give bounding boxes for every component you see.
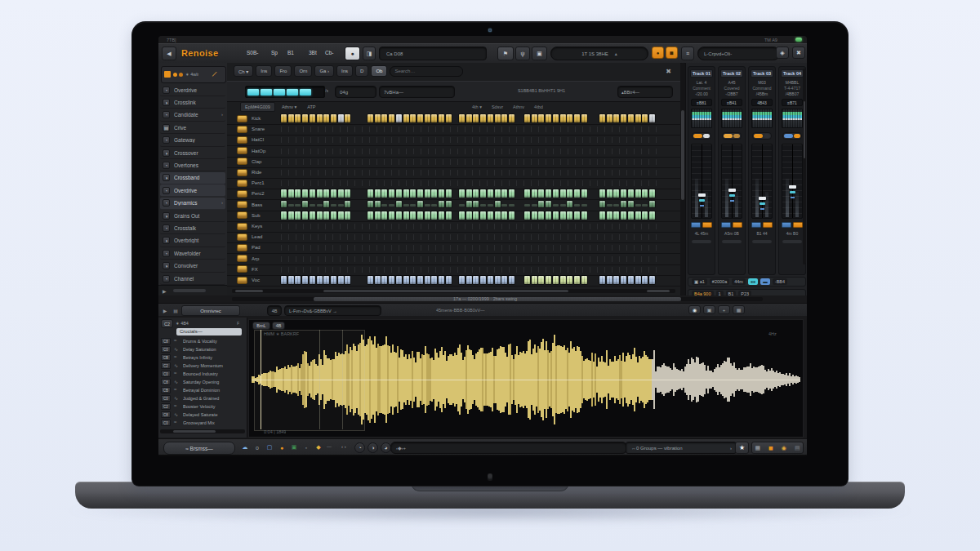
step-cell[interactable] bbox=[599, 114, 605, 122]
branch-button[interactable]: ψ bbox=[515, 47, 530, 60]
sidebar-item[interactable]: ◔Dynamics› bbox=[160, 198, 225, 210]
mixer-vscrollbar[interactable] bbox=[803, 69, 806, 264]
step-cell[interactable] bbox=[281, 201, 287, 207]
mixer-vscroll-thumb[interactable] bbox=[804, 101, 805, 158]
step-cell[interactable] bbox=[532, 114, 537, 122]
step-cell[interactable] bbox=[635, 114, 641, 122]
step-cell[interactable] bbox=[628, 189, 634, 198]
toolbar-right-button-0[interactable]: ◈ bbox=[776, 47, 789, 59]
step-cell[interactable] bbox=[567, 201, 572, 207]
step-cell[interactable] bbox=[331, 114, 336, 122]
sample-scroll-thumb[interactable] bbox=[173, 430, 216, 433]
transport-field[interactable]: Ca D08 bbox=[379, 47, 487, 60]
step-cell[interactable] bbox=[553, 211, 559, 220]
strip-button-blue[interactable] bbox=[691, 222, 701, 228]
track-icon[interactable] bbox=[237, 115, 247, 122]
step-cell[interactable] bbox=[473, 189, 479, 198]
step-cell[interactable] bbox=[546, 201, 551, 207]
sidebar-item[interactable]: ◑Overbright bbox=[160, 235, 225, 247]
sidebar-item[interactable]: ◔Gateway bbox=[160, 135, 225, 147]
step-cell-empty[interactable] bbox=[403, 204, 409, 207]
step-cell[interactable] bbox=[649, 276, 655, 284]
bottom-icon-6[interactable]: ◆ bbox=[314, 444, 323, 451]
step-cell[interactable] bbox=[473, 201, 479, 207]
bottom-right-icon-0[interactable]: ▦ bbox=[755, 445, 760, 451]
step-cell[interactable] bbox=[613, 189, 619, 198]
step-cell[interactable] bbox=[628, 276, 634, 284]
step-cell[interactable] bbox=[581, 276, 587, 284]
fader-handle[interactable] bbox=[789, 185, 796, 189]
step-cell-empty[interactable] bbox=[331, 204, 336, 207]
step-cell[interactable] bbox=[488, 211, 493, 220]
step-cell[interactable] bbox=[581, 211, 587, 220]
step-cell-empty[interactable] bbox=[317, 204, 323, 207]
step-cell-empty[interactable] bbox=[459, 204, 465, 207]
flag-button[interactable]: ⚑ bbox=[497, 47, 514, 60]
step-cell[interactable] bbox=[466, 189, 472, 198]
step-cell[interactable] bbox=[317, 211, 323, 220]
track-icon[interactable] bbox=[237, 277, 247, 284]
menu-item-1[interactable]: Sp bbox=[271, 50, 278, 56]
strip-mini-slider[interactable] bbox=[692, 240, 711, 243]
sample-row[interactable]: C0∿Delay Saturation bbox=[160, 345, 245, 353]
step-cell[interactable] bbox=[501, 189, 507, 198]
step-cell[interactable] bbox=[331, 211, 336, 220]
step-cell[interactable] bbox=[446, 201, 452, 207]
step-cell[interactable] bbox=[396, 276, 402, 284]
step-cell[interactable] bbox=[345, 114, 350, 122]
step-cell[interactable] bbox=[495, 276, 501, 284]
pattern-tool-4[interactable]: Ga › bbox=[314, 65, 334, 77]
sidebar-item[interactable]: ◔Candidate› bbox=[160, 109, 225, 122]
step-cell[interactable] bbox=[649, 114, 655, 122]
track-icon[interactable] bbox=[237, 244, 247, 251]
step-cell[interactable] bbox=[431, 276, 437, 284]
strip-knob[interactable] bbox=[722, 132, 742, 140]
step-cell[interactable] bbox=[509, 114, 514, 122]
sample-row[interactable]: C2∿Delivery Momentum bbox=[160, 362, 245, 369]
track-icon[interactable] bbox=[237, 158, 247, 165]
step-cell[interactable] bbox=[281, 189, 287, 198]
step-cell[interactable] bbox=[628, 201, 634, 207]
sample-hscrollbar[interactable] bbox=[160, 429, 245, 433]
section-left-icon-1[interactable]: ▤ bbox=[172, 308, 180, 313]
step-cell[interactable] bbox=[310, 276, 315, 284]
copy-button[interactable]: ▣ bbox=[532, 47, 547, 60]
fader-lane[interactable] bbox=[751, 144, 773, 219]
step-cell[interactable] bbox=[538, 276, 544, 284]
step-cell[interactable] bbox=[323, 211, 329, 220]
step-cell-empty[interactable] bbox=[532, 204, 537, 207]
step-cell[interactable] bbox=[635, 276, 641, 284]
pattern-hscrollbar[interactable] bbox=[232, 289, 675, 293]
sidebar-item[interactable]: ◑Convolver bbox=[160, 260, 225, 273]
step-cell[interactable] bbox=[288, 211, 294, 220]
step-cell[interactable] bbox=[375, 201, 381, 207]
pattern-search-input[interactable]: Search… bbox=[390, 66, 463, 77]
swatch-icon[interactable] bbox=[164, 71, 171, 78]
sidebar-footer-slider[interactable] bbox=[173, 289, 206, 292]
step-cell[interactable] bbox=[642, 114, 648, 122]
step-cell[interactable] bbox=[567, 211, 572, 220]
step-cell[interactable] bbox=[466, 201, 472, 207]
scroll-thumb-left[interactable] bbox=[235, 290, 263, 292]
step-cell[interactable] bbox=[338, 211, 344, 220]
step-cell[interactable] bbox=[396, 189, 402, 198]
step-cell[interactable] bbox=[574, 114, 580, 122]
step-cell[interactable] bbox=[574, 211, 580, 220]
step-cell[interactable] bbox=[621, 276, 626, 284]
step-cell[interactable] bbox=[410, 114, 416, 122]
bottom-input[interactable]: ‹◆›+ bbox=[390, 442, 627, 454]
step-cell[interactable] bbox=[302, 189, 308, 198]
step-cell[interactable] bbox=[381, 189, 387, 198]
sidebar-item[interactable]: ▤Crive bbox=[160, 122, 225, 134]
step-cell[interactable] bbox=[599, 211, 605, 220]
step-cell[interactable] bbox=[628, 211, 634, 220]
pattern-field-b[interactable]: 7vBHa— bbox=[379, 86, 455, 98]
fader-handle-cyan[interactable] bbox=[760, 202, 765, 205]
step-cell[interactable] bbox=[431, 114, 437, 122]
step-cell[interactable] bbox=[488, 189, 493, 198]
bottom-icon-5[interactable]: ▪ bbox=[301, 445, 311, 451]
pen-icon[interactable]: ∕ bbox=[213, 70, 216, 78]
strip-name[interactable]: Track 01 bbox=[690, 69, 713, 78]
step-cell[interactable] bbox=[317, 114, 323, 122]
step-cell-empty[interactable] bbox=[338, 204, 344, 207]
